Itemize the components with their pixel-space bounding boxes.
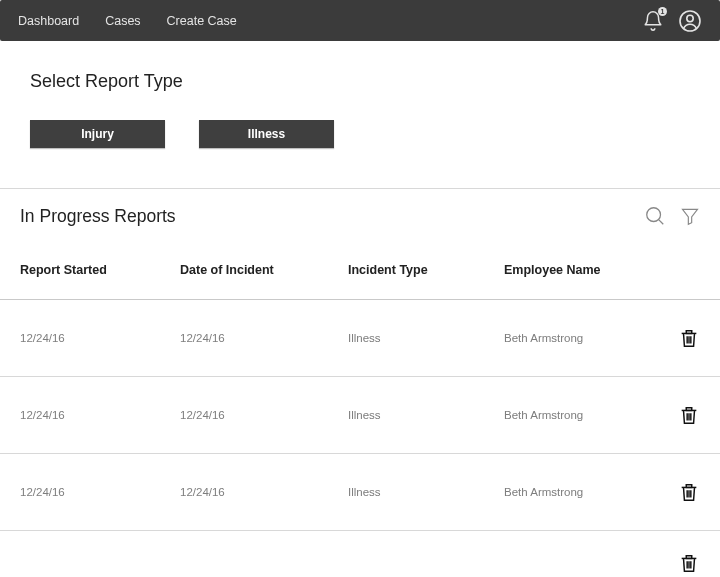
col-employee-name: Employee Name xyxy=(504,263,640,277)
filter-icon[interactable] xyxy=(680,205,700,227)
svg-line-3 xyxy=(659,220,664,225)
cell-incident-type: Illness xyxy=(348,409,504,421)
col-incident-type: Incident Type xyxy=(348,263,504,277)
table-row[interactable]: 12/24/16 12/24/16 Illness Beth Armstrong xyxy=(0,300,720,377)
svg-marker-4 xyxy=(683,209,698,224)
cell-date-incident: 12/24/16 xyxy=(180,332,348,344)
cell-report-started: 12/24/16 xyxy=(20,332,180,344)
in-progress-section: In Progress Reports Report Started Date … xyxy=(0,189,720,577)
cell-date-incident: 12/24/16 xyxy=(180,409,348,421)
cell-date-incident: 12/24/16 xyxy=(180,486,348,498)
cell-employee-name: Beth Armstrong xyxy=(504,332,640,344)
profile-icon[interactable] xyxy=(678,9,702,33)
in-progress-title: In Progress Reports xyxy=(20,206,176,227)
search-icon[interactable] xyxy=(644,205,666,227)
notification-icon[interactable]: 1 xyxy=(642,10,664,32)
table-row[interactable]: 12/24/16 12/24/16 Illness Beth Armstrong xyxy=(0,377,720,454)
illness-button[interactable]: Illness xyxy=(199,120,334,148)
cell-employee-name: Beth Armstrong xyxy=(504,486,640,498)
injury-button[interactable]: Injury xyxy=(30,120,165,148)
col-report-started: Report Started xyxy=(20,263,180,277)
cell-employee-name: Beth Armstrong xyxy=(504,409,640,421)
top-nav: Dashboard Cases Create Case 1 xyxy=(0,0,720,41)
table-row[interactable]: 12/24/16 12/24/16 Illness Beth Armstrong xyxy=(0,454,720,531)
delete-icon[interactable] xyxy=(678,480,700,504)
delete-icon[interactable] xyxy=(678,403,700,427)
notification-badge: 1 xyxy=(658,7,667,16)
cell-incident-type: Illness xyxy=(348,332,504,344)
cell-report-started: 12/24/16 xyxy=(20,409,180,421)
delete-icon[interactable] xyxy=(678,551,700,575)
nav-create-case[interactable]: Create Case xyxy=(167,14,237,28)
delete-icon[interactable] xyxy=(678,326,700,350)
cell-report-started: 12/24/16 xyxy=(20,486,180,498)
svg-point-2 xyxy=(647,208,661,222)
select-report-title: Select Report Type xyxy=(30,71,690,92)
col-date-incident: Date of Incident xyxy=(180,263,348,277)
select-report-section: Select Report Type Injury Illness xyxy=(0,41,720,189)
nav-cases[interactable]: Cases xyxy=(105,14,140,28)
table-header: Report Started Date of Incident Incident… xyxy=(0,241,720,300)
table-row[interactable] xyxy=(0,531,720,577)
svg-point-1 xyxy=(687,15,693,21)
cell-incident-type: Illness xyxy=(348,486,504,498)
nav-dashboard[interactable]: Dashboard xyxy=(18,14,79,28)
